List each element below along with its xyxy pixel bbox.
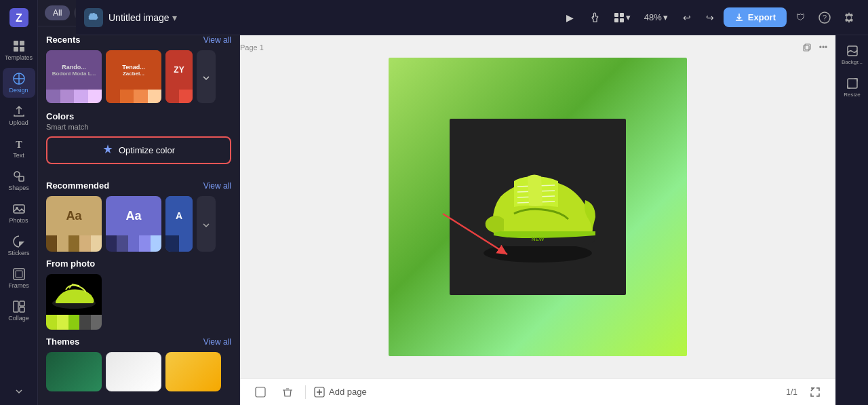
export-button[interactable]: Export	[724, 7, 787, 27]
sidebar-item-design[interactable]: Design	[3, 68, 35, 98]
filter-tab-all[interactable]: All	[45, 5, 70, 20]
delete-page-button[interactable]	[278, 383, 297, 402]
svg-rect-4	[14, 47, 18, 52]
page-options: •••	[800, 41, 830, 54]
hand-tool-button[interactable]	[584, 7, 606, 28]
recommended-title: Recommended	[46, 180, 109, 191]
sidebar-item-stickers[interactable]: Stickers	[3, 231, 35, 261]
page-label: Page 1	[240, 43, 264, 52]
rec-card-1[interactable]: Aa	[46, 196, 102, 252]
recents-header: Recents View all	[46, 35, 231, 45]
recommended-grid: Aa Aa	[46, 196, 231, 252]
svg-rect-25	[805, 44, 810, 50]
recent-card-1[interactable]: Rando... Bodoni Moda L...	[46, 50, 102, 103]
canvas-image-box[interactable]: NEW	[450, 119, 626, 295]
right-panel-resize[interactable]: Resize	[839, 73, 866, 100]
shield-icon[interactable]: 🛡	[789, 7, 811, 28]
recommended-view-all[interactable]: View all	[203, 181, 231, 191]
left-panel: All Holiday cool conci... ▾ Recents View…	[38, 0, 240, 405]
right-panel-background[interactable]: Backgr...	[839, 41, 866, 68]
sidebar-item-frames[interactable]: Frames	[3, 263, 35, 293]
fit-page-button[interactable]	[806, 383, 825, 402]
page-thumbnail-button[interactable]	[251, 383, 270, 402]
sidebar-item-shapes[interactable]: Shapes	[3, 166, 35, 195]
from-photo-section: From photo	[38, 252, 239, 330]
svg-text:Z: Z	[16, 12, 22, 24]
themes-view-all[interactable]: View all	[203, 337, 231, 347]
bottom-divider	[305, 385, 306, 399]
recents-more-button[interactable]	[197, 50, 216, 103]
help-icon[interactable]: ?	[814, 7, 835, 28]
recents-grid: Rando... Bodoni Moda L...	[46, 50, 231, 103]
optimize-color-button[interactable]: Optimize color	[46, 136, 231, 164]
colors-title: Colors	[46, 111, 231, 121]
doc-cloud-icon	[84, 8, 103, 27]
icon-bar: Z Templates Design Upload T Text Shapes …	[0, 0, 38, 405]
svg-text:?: ?	[823, 14, 827, 22]
recommended-more-button[interactable]	[197, 196, 216, 252]
sidebar-item-templates[interactable]: Templates	[3, 35, 35, 65]
svg-rect-18	[620, 13, 624, 17]
svg-rect-16	[20, 307, 24, 312]
svg-rect-19	[614, 18, 618, 22]
svg-rect-5	[20, 47, 24, 52]
themes-title: Themes	[46, 336, 79, 347]
settings-icon[interactable]	[838, 7, 860, 28]
canvas[interactable]: NEW	[389, 58, 687, 356]
svg-rect-14	[14, 301, 18, 312]
svg-rect-32	[256, 387, 265, 397]
zoom-dropdown[interactable]: 48% ▾	[639, 9, 673, 25]
colors-section: Colors Smart match Optimize color	[38, 103, 239, 164]
canvas-container: NEW	[240, 35, 835, 378]
svg-point-26	[484, 244, 592, 263]
optimize-icon	[102, 144, 113, 157]
page-label-row: Page 1 •••	[240, 41, 835, 54]
svg-rect-24	[804, 45, 809, 51]
document-title[interactable]: Untitled image ▾	[108, 12, 177, 23]
title-chevron-icon: ▾	[172, 12, 177, 23]
theme-card-3[interactable]	[165, 352, 221, 391]
svg-text:NEW: NEW	[532, 236, 545, 242]
rec-card-2[interactable]: Aa	[106, 196, 161, 252]
svg-rect-2	[14, 41, 18, 45]
themes-grid	[46, 352, 231, 391]
svg-rect-15	[20, 301, 24, 306]
theme-card-1[interactable]	[46, 352, 102, 391]
right-panel: Backgr... Resize	[835, 35, 868, 405]
layout-dropdown[interactable]: ▾	[608, 9, 636, 26]
sidebar-item-upload[interactable]: Upload	[3, 100, 35, 130]
undo-button[interactable]: ↩	[676, 7, 698, 28]
sidebar-item-text[interactable]: T Text	[3, 133, 35, 163]
sidebar-item-photos[interactable]: Photos	[3, 198, 35, 228]
page-clone-button[interactable]	[800, 41, 814, 54]
recent-card-2[interactable]: Tenad... Zacbel...	[106, 50, 161, 103]
svg-rect-12	[14, 269, 24, 279]
canvas-area: Page 1 •••	[240, 35, 835, 405]
svg-text:T: T	[16, 140, 22, 150]
themes-header: Themes View all	[46, 336, 231, 347]
photo-card[interactable]	[46, 274, 102, 330]
rec-card-3[interactable]: A	[165, 196, 193, 252]
layout-chevron-icon: ▾	[626, 12, 631, 22]
recents-section: Recents View all Rando... Bodoni Moda L.…	[38, 26, 239, 103]
svg-rect-9	[19, 176, 24, 181]
play-button[interactable]: ▶	[559, 7, 581, 28]
sidebar-item-collage[interactable]: Collage	[3, 296, 35, 326]
svg-rect-20	[620, 18, 624, 22]
themes-section: Themes View all	[38, 330, 239, 391]
smart-match-label: Smart match	[46, 123, 231, 131]
redo-button[interactable]: ↪	[699, 7, 721, 28]
add-page-button[interactable]: Add page	[314, 387, 367, 398]
recent-card-3[interactable]: ZY	[165, 50, 193, 103]
svg-rect-13	[16, 271, 22, 277]
svg-rect-10	[14, 205, 24, 213]
theme-card-2[interactable]	[106, 352, 161, 391]
page-more-button[interactable]: •••	[816, 41, 830, 54]
recommended-section: Recommended View all Aa	[38, 172, 239, 252]
recommended-header: Recommended View all	[46, 180, 231, 191]
top-toolbar: Untitled image ▾ ▶ ▾ 48% ▾ ↩	[76, 0, 868, 35]
recents-view-all[interactable]: View all	[203, 35, 231, 45]
from-photo-title: From photo	[46, 258, 231, 269]
icon-bar-more[interactable]	[3, 383, 35, 400]
app-logo[interactable]: Z	[3, 5, 35, 30]
